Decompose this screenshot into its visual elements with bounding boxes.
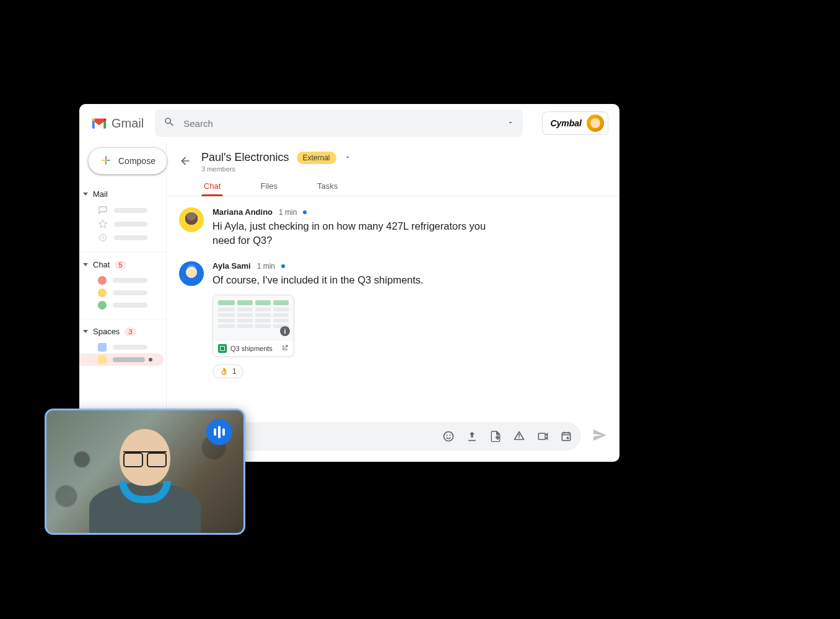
inbox-icon: [98, 206, 108, 215]
chat-message: Ayla Sami 1 min Of course, I've included…: [179, 261, 607, 378]
chat-item[interactable]: [79, 287, 166, 299]
attachment-name: Q3 shipments: [230, 345, 278, 352]
send-button[interactable]: [592, 428, 607, 445]
compose-button[interactable]: Compose: [88, 147, 167, 175]
new-doc-icon[interactable]: [489, 430, 502, 443]
message-text: Of course, I've included it in the Q3 sh…: [212, 273, 424, 287]
caret-down-icon: [83, 263, 88, 266]
nav-divider: [79, 319, 166, 319]
org-name: Cymbal: [550, 118, 582, 128]
message-avatar[interactable]: [179, 261, 204, 286]
svg-point-4: [518, 437, 520, 438]
nav-section-mail: Mail: [79, 183, 166, 251]
presence-dot-icon: [98, 288, 107, 297]
nav-header-chat[interactable]: Chat 5: [79, 258, 166, 274]
search-bar[interactable]: [155, 110, 523, 137]
message-timestamp: 1 min: [279, 208, 297, 217]
nav-item-inbox[interactable]: [79, 204, 166, 217]
presence-dot-icon: [98, 301, 107, 310]
google-sheets-icon: [218, 344, 227, 353]
clock-icon: [98, 233, 108, 243]
attachment-card[interactable]: i Q3 shipments: [212, 295, 294, 357]
svg-point-3: [450, 435, 451, 436]
nav-spaces-label: Spaces: [93, 327, 120, 336]
message-author: Ayla Sami: [212, 261, 251, 271]
space-avatar-icon: [98, 355, 107, 364]
nav-item-placeholder: [113, 290, 147, 295]
star-icon: [98, 219, 108, 229]
nav-item-starred[interactable]: [79, 217, 166, 231]
nav-item-placeholder: [114, 208, 147, 213]
message-timestamp: 1 min: [257, 262, 275, 271]
chat-item[interactable]: [79, 274, 166, 287]
nav-item-placeholder: [114, 235, 147, 240]
top-bar: Gmail Cymbal: [79, 104, 619, 142]
space-header: Paul's Electronics External 3 members: [167, 142, 619, 173]
message-list: Mariana Andino 1 min Hi Ayla, just check…: [167, 196, 619, 416]
space-avatar-icon: [98, 343, 107, 352]
attachment-info-icon: i: [280, 326, 290, 336]
org-account-chip[interactable]: Cymbal: [542, 111, 608, 135]
caret-down-icon: [83, 330, 88, 333]
account-avatar: [587, 115, 604, 132]
message-avatar[interactable]: [179, 207, 204, 232]
calendar-icon[interactable]: [560, 430, 572, 443]
tab-tasks[interactable]: Tasks: [315, 178, 340, 196]
back-arrow-icon[interactable]: [179, 155, 191, 170]
nav-item-snoozed[interactable]: [79, 231, 166, 245]
tab-files[interactable]: Files: [258, 178, 279, 196]
space-item-active[interactable]: [79, 353, 164, 366]
spaces-unread-badge: 3: [125, 327, 136, 336]
compose-plus-icon: [100, 154, 112, 168]
nav-item-placeholder: [114, 222, 147, 227]
reaction-chip[interactable]: 👌 1: [212, 365, 243, 378]
svg-rect-6: [567, 437, 569, 439]
nav-divider: [79, 252, 166, 253]
chat-item[interactable]: [79, 299, 166, 311]
search-icon: [164, 116, 175, 130]
tab-chat[interactable]: Chat: [201, 178, 223, 196]
reaction-count: 1: [232, 367, 237, 376]
video-call-icon[interactable]: [536, 430, 549, 443]
caret-down-icon: [83, 193, 88, 196]
svg-rect-5: [562, 433, 570, 441]
nav-item-placeholder: [113, 278, 147, 283]
emoji-icon[interactable]: [442, 430, 455, 443]
unread-indicator-icon: [281, 264, 285, 268]
unread-indicator-icon: [303, 210, 307, 214]
nav-item-placeholder: [113, 357, 145, 362]
gmail-logo-icon: [90, 116, 108, 130]
chat-message: Mariana Andino 1 min Hi Ayla, just check…: [179, 207, 607, 248]
nav-mail-label: Mail: [93, 189, 108, 199]
nav-item-placeholder: [113, 303, 147, 308]
gmail-logo-text: Gmail: [112, 116, 144, 131]
message-text: Hi Ayla, just checking in on how many 42…: [212, 219, 497, 248]
gmail-logo-block[interactable]: Gmail: [90, 116, 144, 131]
attachment-preview: i: [213, 295, 294, 340]
space-item[interactable]: [79, 341, 166, 353]
video-call-pip[interactable]: [45, 409, 245, 535]
presence-dot-icon: [98, 276, 107, 285]
nav-header-spaces[interactable]: Spaces 3: [79, 324, 166, 341]
svg-point-1: [444, 432, 453, 441]
open-external-icon[interactable]: [281, 344, 289, 353]
nav-section-chat: Chat 5: [79, 254, 166, 318]
compose-label: Compose: [118, 156, 155, 166]
nav-section-spaces: Spaces 3: [79, 321, 166, 372]
nav-header-mail[interactable]: Mail: [79, 187, 166, 204]
space-menu-caret-icon[interactable]: [344, 152, 351, 163]
space-members-count[interactable]: 3 members: [201, 165, 351, 173]
nav-chat-label: Chat: [93, 260, 110, 269]
upload-icon[interactable]: [466, 430, 478, 443]
svg-point-2: [447, 435, 448, 436]
search-options-icon[interactable]: [507, 118, 514, 129]
space-title: Paul's Electronics: [201, 151, 289, 164]
external-badge: External: [297, 152, 336, 164]
reaction-emoji-icon: 👌: [219, 367, 229, 376]
search-input[interactable]: [183, 118, 498, 129]
pip-participant: [89, 422, 201, 535]
unread-dot-icon: [149, 358, 152, 361]
space-tabs: Chat Files Tasks: [167, 173, 619, 196]
drive-icon[interactable]: [513, 430, 525, 443]
nav-item-placeholder: [113, 345, 147, 350]
